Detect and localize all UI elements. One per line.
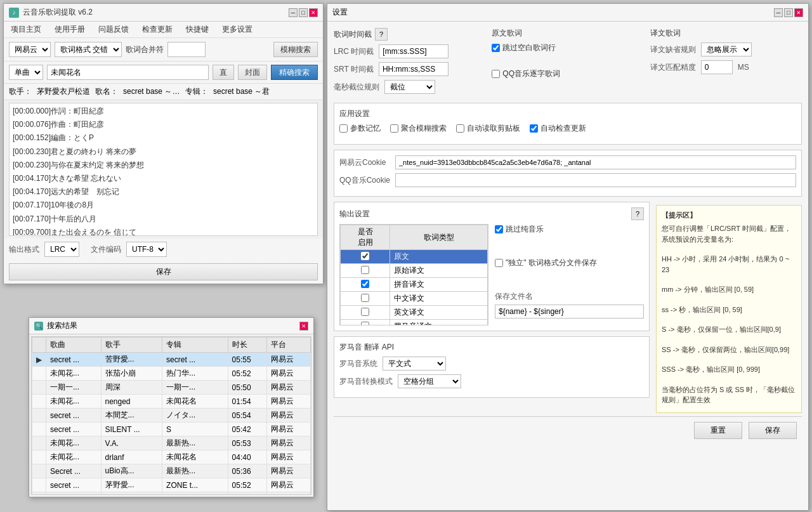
tips-line-1: HH -> 小时，采用 24 小时制，结果为 0 ~ 23 [662, 254, 796, 275]
output-enabled-cell [341, 306, 390, 320]
settings-save-btn[interactable]: 保存 [749, 422, 797, 439]
menu-update[interactable]: 检查更新 [140, 23, 174, 36]
output-format-select[interactable]: LRC [44, 242, 79, 257]
result-row[interactable]: secret ... 本間芝... ノイタ... 05:54 网易云 [32, 409, 311, 423]
merged-search-checkbox[interactable] [390, 124, 398, 133]
merge-input[interactable] [167, 42, 206, 57]
result-row[interactable]: ▶ secret ... 苦野愛... secret ... 05:55 网易云 [32, 353, 311, 367]
skip-empty-checkbox[interactable] [492, 44, 500, 52]
output-table-scroll[interactable]: 是否启用 歌词类型 原文 原始译文 拼音译文 [339, 224, 488, 325]
reset-btn[interactable]: 重置 [694, 422, 742, 439]
result-row[interactable]: 一期一... 周深 一期一... 05:50 网易云 [32, 381, 311, 395]
settings-maximize-btn[interactable]: □ [784, 8, 793, 17]
result-row[interactable]: Secret ... uBio高... 最新热... 05:36 网易云 [32, 464, 311, 478]
output-options: 跳过纯音乐 "独立" 歌词格式分文件保存 保存文件名 [495, 224, 644, 325]
result-row[interactable]: 未闻花... V.A. 最新热... 05:53 网易云 [32, 437, 311, 450]
millis-row: 毫秒截位规则 截位 [334, 80, 485, 94]
results-table-container[interactable]: 歌曲 歌手 专辑 时长 平台 ▶ secret ... 苦野愛... secre… [31, 336, 311, 495]
output-row[interactable]: 中文译文 [341, 292, 488, 306]
output-enabled-cb[interactable] [361, 308, 369, 316]
timestamp-help-btn[interactable]: ? [375, 28, 388, 41]
fuzzy-search-btn[interactable]: 模糊搜索 [273, 42, 318, 57]
search-close-btn[interactable]: ✕ [299, 322, 308, 331]
param-memory-checkbox[interactable] [339, 124, 348, 133]
precise-search-btn[interactable]: 精确搜索 [271, 65, 318, 80]
result-row[interactable]: secret ... 茅野愛... ZONE t... 05:52 网易云 [32, 478, 311, 492]
result-row[interactable]: 未闻花... 尘埃意... 未闻花名 05:34 网易云 [32, 492, 311, 496]
song-type-select[interactable]: 单曲 [9, 65, 43, 80]
output-enabled-cb[interactable] [361, 280, 369, 288]
lyric-format-select[interactable]: 歌词格式 交错 [55, 42, 122, 57]
output-row[interactable]: 英文译文 [341, 306, 488, 320]
row-platform: 网易云 [266, 423, 310, 437]
merged-search-label[interactable]: 聚合模糊搜索 [390, 123, 447, 134]
menu-feedback[interactable]: 问题反馈 [96, 23, 131, 36]
output-table: 是否启用 歌词类型 原文 原始译文 拼音译文 [340, 225, 488, 325]
output-enabled-cb[interactable] [361, 294, 369, 302]
settings-minimize-btn[interactable]: ─ [774, 8, 783, 17]
result-row[interactable]: 未闻花... nenged 未闻花名 01:54 网易云 [32, 395, 311, 409]
result-row[interactable]: 未闻花... 张茄小崩 热门华... 05:52 网易云 [32, 367, 311, 381]
output-row[interactable]: 罗马音译文 [341, 320, 488, 326]
main-window: ♪ 云音乐歌词提取 v6.2 ─ □ ✕ 项目主页 使用手册 问题反馈 检查更新… [3, 3, 324, 284]
cover-btn[interactable]: 封面 [238, 65, 267, 80]
row-song: secret ... [46, 423, 102, 437]
netease-cookie-input[interactable] [395, 155, 796, 169]
param-memory-label[interactable]: 参数记忆 [339, 123, 381, 134]
maximize-btn[interactable]: □ [299, 8, 308, 17]
settings-close-btn[interactable]: ✕ [794, 8, 803, 17]
srt-value-input[interactable] [379, 62, 449, 76]
output-row[interactable]: 原文 [341, 250, 488, 264]
output-row[interactable]: 拼音译文 [341, 278, 488, 292]
row-arrow [32, 450, 46, 464]
bottom-buttons: 重置 保存 [334, 416, 802, 444]
menu-more[interactable]: 更多设置 [220, 23, 254, 36]
standalone-label[interactable]: "独立" 歌词格式分文件保存 [495, 258, 644, 268]
millis-select[interactable]: 截位 [384, 80, 435, 94]
encoding-select[interactable]: UTF-8 [126, 242, 167, 257]
direct-btn[interactable]: 直 [213, 65, 234, 80]
output-enabled-cb[interactable] [361, 252, 369, 260]
qq-lyric-checkbox[interactable] [492, 70, 500, 78]
save-filename-input[interactable] [495, 305, 644, 318]
output-help-btn[interactable]: ? [631, 207, 644, 220]
output-enabled-cb[interactable] [361, 266, 369, 274]
skip-music-label[interactable]: 跳过纯音乐 [495, 224, 644, 235]
lrc-value-input[interactable] [379, 44, 449, 58]
qq-cookie-input[interactable] [395, 173, 796, 187]
auto-read-label[interactable]: 自动读取剪贴板 [456, 123, 520, 134]
result-row[interactable]: 未闻花... drlanf 未闻花名 04:40 网易云 [32, 450, 311, 464]
standalone-checkbox[interactable] [495, 259, 503, 267]
auto-check-label[interactable]: 自动检查更新 [530, 123, 586, 134]
auto-read-checkbox[interactable] [456, 124, 464, 133]
default-rule-select[interactable]: 忽略展示 [701, 43, 752, 56]
romaji-system-select[interactable]: 平文式 [383, 357, 446, 371]
skip-empty-label[interactable]: 跳过空白歌词行 [492, 43, 643, 53]
close-btn[interactable]: ✕ [309, 8, 318, 17]
menu-manual[interactable]: 使用手册 [53, 23, 87, 36]
save-btn[interactable]: 保存 [9, 263, 318, 280]
auto-check-checkbox[interactable] [530, 124, 538, 133]
timestamp-label: 歌词时间截 [334, 29, 372, 40]
qq-lyric-label[interactable]: QQ音乐逐字歌词 [492, 69, 643, 79]
tips-line-4: S -> 毫秒，仅保留一位，输出区间[0,9] [662, 324, 796, 335]
result-row[interactable]: secret ... SILENT ... S 05:42 网易云 [32, 423, 311, 437]
menu-shortcuts[interactable]: 快捷键 [184, 23, 211, 36]
col-arrow [32, 338, 46, 353]
output-row[interactable]: 原始译文 [341, 264, 488, 278]
output-enabled-cb[interactable] [361, 322, 369, 326]
row-duration: 05:42 [228, 423, 266, 437]
match-precision-input[interactable] [701, 60, 733, 74]
row-singer: 周深 [101, 381, 162, 395]
album-label: 专辑： [185, 86, 208, 97]
menu-home[interactable]: 项目主页 [9, 23, 43, 36]
lyrics-display[interactable]: [00:00.000]作詞：町田紀彦 [00:00.076]作曲：町田紀彦 [0… [9, 103, 318, 236]
song-search-input[interactable] [47, 65, 209, 80]
row-singer: 茅野愛... [101, 478, 162, 492]
platform-select[interactable]: 网易云 [9, 42, 51, 57]
minimize-btn[interactable]: ─ [289, 8, 298, 17]
romaji-mode-select[interactable]: 空格分组 [398, 374, 461, 388]
output-type-cell: 英文译文 [390, 306, 488, 320]
col-enabled: 是否启用 [341, 225, 390, 250]
skip-music-checkbox[interactable] [495, 225, 503, 233]
